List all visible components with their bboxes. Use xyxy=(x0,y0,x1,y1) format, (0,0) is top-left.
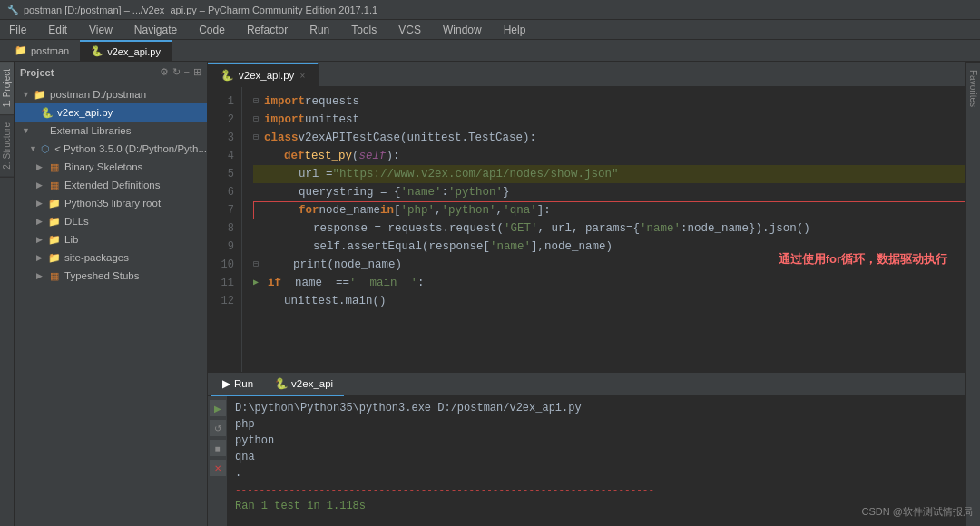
terminal-separator: ----------------------------------------… xyxy=(235,482,958,498)
tree-label-lib: Lib xyxy=(64,234,78,245)
gear-icon[interactable]: ⚙ xyxy=(160,66,169,78)
run-button[interactable]: ▶ xyxy=(210,400,226,416)
code-content: ⊟ import requests ⊟ import unittest ⊟ cl… xyxy=(242,87,965,372)
python-file-icon: 🐍 xyxy=(91,45,103,57)
python-icon: 🐍 xyxy=(40,107,54,119)
bottom-tab-run[interactable]: ▶ Run xyxy=(211,373,264,396)
menu-run[interactable]: Run xyxy=(304,22,335,38)
menu-refactor[interactable]: Refactor xyxy=(241,22,293,38)
app-window: 🔧 postman [D:/postman] – .../v2ex_api.py… xyxy=(0,0,980,526)
tree-label-binary-skeletons: Binary Skeletons xyxy=(64,161,142,172)
menu-bar: File Edit View Navigate Code Refactor Ru… xyxy=(0,20,980,40)
close-tab-button[interactable]: × xyxy=(299,71,305,81)
tree-item-python350[interactable]: ▼ ⬡ < Python 3.5.0 (D:/Python/Pyth... xyxy=(15,140,207,158)
tree-item-typeshed[interactable]: ▶ ▦ Typeshed Stubs xyxy=(15,267,207,285)
tree-item-ext-libs[interactable]: ▼ External Libraries xyxy=(15,122,207,140)
project-header-icons: ⚙ ↻ − ⊞ xyxy=(160,66,201,78)
tree-label-dlls: DLLs xyxy=(64,216,89,227)
tree-item-postman[interactable]: ▼ 📁 postman D:/postman xyxy=(15,85,207,103)
typeshed-icon: ▦ xyxy=(47,270,62,282)
top-tab-postman[interactable]: 📁 postman xyxy=(4,40,80,62)
title-bar: 🔧 postman [D:/postman] – .../v2ex_api.py… xyxy=(0,0,980,20)
editor-tab-bar: 🐍 v2ex_api.py × xyxy=(208,62,965,87)
arrow-icon: ▶ xyxy=(36,271,47,280)
code-line-5: url = "https://www.v2ex.com/api/nodes/sh… xyxy=(253,165,965,183)
menu-code[interactable]: Code xyxy=(193,22,230,38)
menu-view[interactable]: View xyxy=(83,22,118,38)
bottom-panel: ▶ Run 🐍 v2ex_api ▶ ↺ ■ ✕ xyxy=(208,372,965,526)
sidebar-tab-structure[interactable]: 2: Structure xyxy=(0,115,14,178)
terminal-out-php: php xyxy=(235,416,958,433)
folder-icon: 📁 xyxy=(47,252,62,264)
tree-item-site-packages[interactable]: ▶ 📁 site-packages xyxy=(15,248,207,267)
terminal-test-result: Ran 1 test in 1.118s xyxy=(235,498,958,514)
close-button[interactable]: ✕ xyxy=(210,460,226,476)
code-annotation: 通过使用for循环，数据驱动执行 xyxy=(779,250,947,268)
code-line-11: ▶ if __name__=='__main__': xyxy=(253,274,965,292)
title-text: postman [D:/postman] – .../v2ex_api.py –… xyxy=(24,5,377,15)
terminal-out-qna: qna xyxy=(235,449,958,465)
python-icon: 🐍 xyxy=(220,69,233,82)
menu-tools[interactable]: Tools xyxy=(346,22,382,38)
tree-item-dlls[interactable]: ▶ 📁 DLLs xyxy=(15,212,207,230)
lib-skel-icon: ▦ xyxy=(47,161,62,173)
arrow-icon: ▼ xyxy=(29,144,39,153)
folder-icon: 📁 xyxy=(47,198,62,209)
watermark: CSDN @软件测试情报局 xyxy=(862,505,973,519)
menu-edit[interactable]: Edit xyxy=(43,22,73,38)
bottom-tab-v2ex[interactable]: 🐍 v2ex_api xyxy=(264,373,344,396)
tree-label-v2ex: v2ex_api.py xyxy=(57,107,113,118)
center-column: 🐍 v2ex_api.py × 1 2 3 4 5 6 7 xyxy=(208,62,965,526)
menu-file[interactable]: File xyxy=(4,22,32,38)
editor-tab-v2ex[interactable]: 🐍 v2ex_api.py × xyxy=(208,63,318,86)
tree-item-extended-defs[interactable]: ▶ ▦ Extended Definitions xyxy=(15,176,207,194)
folder-icon: 📁 xyxy=(47,234,62,246)
tree-item-python35-root[interactable]: ▶ 📁 Python35 library root xyxy=(15,194,207,212)
tree-label-site-packages: site-packages xyxy=(64,252,129,263)
app-icon: 🔧 xyxy=(7,5,18,15)
top-tab-bar: 📁 postman 🐍 v2ex_api.py xyxy=(0,40,980,62)
collapse-icon[interactable]: − xyxy=(184,66,190,78)
stop-button[interactable]: ■ xyxy=(210,440,226,456)
tree-item-lib[interactable]: ▶ 📁 Lib xyxy=(15,230,207,248)
content-row: 1: Project 2: Structure Project ⚙ ↻ − ⊞ … xyxy=(0,62,980,526)
bottom-tab-v2ex-label: v2ex_api xyxy=(291,378,333,389)
arrow-icon: ▶ xyxy=(36,180,47,190)
menu-vcs[interactable]: VCS xyxy=(393,22,426,38)
menu-window[interactable]: Window xyxy=(437,22,487,38)
top-tab-v2ex-label: v2ex_api.py xyxy=(107,46,161,57)
tree-label-extended-defs: Extended Definitions xyxy=(64,180,160,190)
python-icon-small: 🐍 xyxy=(275,377,288,390)
sidebar-tab-favorites[interactable]: Favorites xyxy=(966,62,980,114)
code-line-6: querystring = {'name':'python'} xyxy=(253,183,965,201)
tree-item-binary-skeletons[interactable]: ▶ ▦ Binary Skeletons xyxy=(15,158,207,176)
python-env-icon: ⬡ xyxy=(39,143,52,155)
top-tab-v2ex[interactable]: 🐍 v2ex_api.py xyxy=(80,40,172,62)
arrow-icon: ▼ xyxy=(22,90,33,99)
folder-icon: 📁 xyxy=(33,89,47,101)
top-tab-postman-label: postman xyxy=(31,45,69,56)
settings-icon[interactable]: ⊞ xyxy=(193,66,201,78)
file-tree: ▼ 📁 postman D:/postman 🐍 v2ex_api.py ▼ E… xyxy=(15,83,207,526)
menu-help[interactable]: Help xyxy=(498,22,532,38)
project-panel: Project ⚙ ↻ − ⊞ ▼ 📁 postman D:/postman xyxy=(15,62,208,526)
menu-navigate[interactable]: Navigate xyxy=(129,22,182,38)
ext-def-icon: ▦ xyxy=(47,180,62,191)
editor-tab-label: v2ex_api.py xyxy=(239,70,294,81)
project-header: Project ⚙ ↻ − ⊞ xyxy=(15,62,207,83)
tree-item-v2ex-api[interactable]: 🐍 v2ex_api.py xyxy=(15,103,207,122)
tree-label-python35root: Python35 library root xyxy=(64,198,161,209)
terminal-empty xyxy=(235,514,958,526)
sync-icon[interactable]: ↻ xyxy=(172,66,181,78)
code-line-12: unittest.main() xyxy=(253,292,965,310)
arrow-icon: ▶ xyxy=(36,162,47,171)
terminal-out-python: python xyxy=(235,433,958,449)
tree-label-python350: < Python 3.5.0 (D:/Python/Pyth... xyxy=(54,143,207,154)
line-numbers: 1 2 3 4 5 6 7 8 9 10 11 12 xyxy=(208,87,242,372)
project-title: Project xyxy=(20,67,54,78)
code-line-8: response = requests.request('GET', url, … xyxy=(253,219,965,238)
bottom-content: ▶ ↺ ■ ✕ D:\python\Python35\python3.exe D… xyxy=(208,396,965,526)
code-editor: 1 2 3 4 5 6 7 8 9 10 11 12 xyxy=(208,87,965,372)
rerun-button[interactable]: ↺ xyxy=(210,420,226,436)
sidebar-tab-project[interactable]: 1: Project xyxy=(0,62,14,115)
